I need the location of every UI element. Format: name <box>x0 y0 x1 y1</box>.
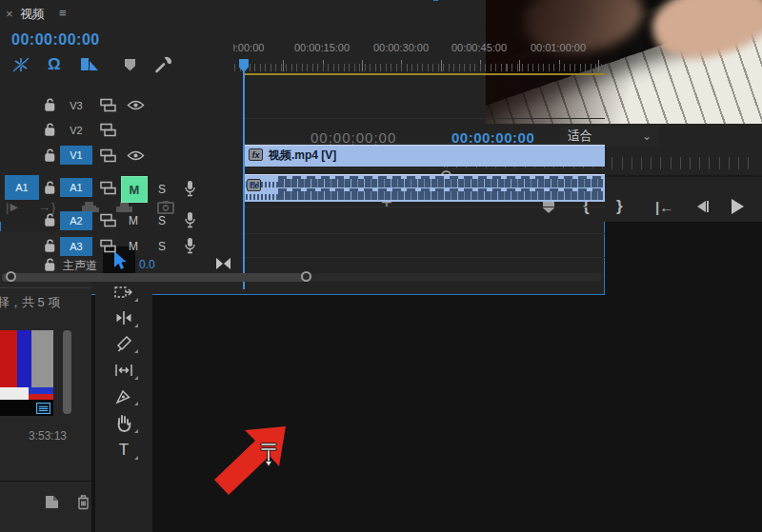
ruler-label: 00:00:45:00 <box>446 42 512 53</box>
divider <box>0 481 91 482</box>
zoom-handle-right[interactable] <box>301 271 311 282</box>
source-patch-icon[interactable] <box>100 181 118 195</box>
track-separator <box>244 143 605 144</box>
source-patch-icon[interactable] <box>100 239 118 253</box>
project-scrollbar[interactable] <box>63 330 71 414</box>
track-target-a1[interactable]: A1 <box>60 178 92 197</box>
playhead-line[interactable] <box>243 60 245 289</box>
strip-blue <box>29 387 53 394</box>
settings-wrench-icon[interactable] <box>154 54 173 75</box>
snap-magnet-icon[interactable]: Ω <box>48 54 61 75</box>
audio-clip[interactable]: fx <box>244 174 605 202</box>
timeline-tab[interactable]: 视频 <box>20 6 45 23</box>
slip-tool[interactable] <box>107 359 141 382</box>
video-clip-label: 视频.mp4 [V] <box>269 148 336 164</box>
audio-waveform-left <box>246 182 278 187</box>
track-target-a2[interactable]: A2 <box>60 211 92 230</box>
mute-button[interactable]: M <box>129 240 138 253</box>
lock-icon[interactable] <box>44 123 56 137</box>
voiceover-mic-icon[interactable] <box>184 211 196 228</box>
track-separator <box>244 233 605 234</box>
go-to-in-icon[interactable]: |← <box>655 194 673 219</box>
keyframe-nav-icon[interactable] <box>216 258 231 269</box>
lock-icon[interactable] <box>44 98 56 112</box>
source-patch-icon[interactable] <box>100 98 118 112</box>
audio-waveform-left <box>246 194 278 200</box>
solo-button[interactable]: S <box>158 183 166 196</box>
lock-icon[interactable] <box>44 239 56 253</box>
trash-icon[interactable] <box>76 494 90 510</box>
audio-waveform-ch1 <box>278 179 603 187</box>
color-bars-thumbnail[interactable] <box>0 330 53 416</box>
bar-red <box>0 330 17 387</box>
lock-icon[interactable] <box>44 213 56 227</box>
selection-status: 选择，共 5 项 <box>0 294 91 311</box>
video-clip[interactable]: fx 视频.mp4 [V] <box>244 145 605 167</box>
toggle-track-output-eye-icon[interactable] <box>127 99 145 111</box>
track-separator <box>244 257 605 258</box>
lock-icon[interactable] <box>44 148 56 163</box>
track-separator <box>244 118 605 119</box>
clip-duration: 3:53:13 <box>29 429 67 443</box>
ruler-label: 00:00:00 <box>233 42 277 53</box>
track-height-cursor-icon <box>257 439 280 467</box>
master-level-value[interactable]: 0.0 <box>139 258 155 271</box>
timeline-ruler[interactable]: 00:00:00 00:00:15:00 00:00:30:00 00:00:4… <box>233 38 605 76</box>
solo-button[interactable]: S <box>158 214 166 227</box>
track-target-v3[interactable]: V3 <box>60 96 92 115</box>
timeline-zoom-scrollbar[interactable] <box>2 273 602 282</box>
source-patch-icon[interactable] <box>100 123 118 137</box>
nest-toggle-icon[interactable] <box>11 54 30 75</box>
pen-tool[interactable] <box>107 384 141 407</box>
close-icon[interactable]: × <box>6 7 13 21</box>
timeline-timecode[interactable]: 00:00:00:00 <box>11 31 100 49</box>
solo-button[interactable]: S <box>158 240 166 253</box>
ruler-label: 00:01:00:00 <box>525 42 592 53</box>
ruler-ticks <box>233 64 605 71</box>
play-icon[interactable] <box>732 194 744 219</box>
track-target-a3[interactable]: A3 <box>60 237 92 256</box>
razor-tool[interactable] <box>107 332 141 355</box>
scrollbar-thumb[interactable] <box>2 273 309 282</box>
timeline-panel: × 视频 ≡ 00:00:00:00 Ω 00:00:00 00:00:15:0… <box>0 0 605 295</box>
zoom-handle-left[interactable] <box>6 271 16 282</box>
master-track-label: 主声道 <box>63 258 97 274</box>
step-back-icon[interactable] <box>697 194 709 219</box>
red-pointer-arrow <box>190 419 305 504</box>
sequence-badge-icon <box>36 403 50 414</box>
strip-white <box>0 387 29 400</box>
voiceover-mic-icon[interactable] <box>184 237 196 254</box>
linked-selection-icon[interactable] <box>80 54 99 75</box>
new-item-icon[interactable] <box>44 494 60 509</box>
source-patch-icon[interactable] <box>100 213 118 227</box>
voiceover-mic-icon[interactable] <box>184 180 196 197</box>
audio-waveform-ch2 <box>278 191 603 200</box>
toggle-track-output-eye-icon[interactable] <box>127 149 145 162</box>
chevron-down-icon: ⌄ <box>642 129 652 143</box>
lock-icon[interactable] <box>44 258 56 272</box>
hand-tool[interactable] <box>107 412 141 435</box>
track-target-v1[interactable]: V1 <box>60 146 92 165</box>
source-patch-a1[interactable]: A1 <box>5 175 39 200</box>
panel-menu-icon[interactable]: ≡ <box>59 6 67 20</box>
fx-badge: fx <box>249 148 263 161</box>
track-separator <box>244 207 605 207</box>
track-separator <box>244 168 605 169</box>
divider <box>0 287 91 288</box>
lock-icon[interactable] <box>44 181 56 195</box>
work-area-bar <box>243 73 605 75</box>
type-tool[interactable]: T <box>107 439 141 462</box>
mute-button-active[interactable]: M <box>121 176 148 203</box>
marker-icon[interactable] <box>125 54 135 75</box>
mark-out-icon[interactable]: } <box>616 194 623 219</box>
bar-gray <box>31 330 53 387</box>
ruler-label: 00:00:15:00 <box>289 42 355 53</box>
source-patch-icon[interactable] <box>100 148 118 163</box>
ruler-label: 00:00:30:00 <box>368 42 434 53</box>
bar-blue <box>17 330 31 387</box>
track-target-v2[interactable]: V2 <box>60 121 92 140</box>
ripple-edit-tool[interactable] <box>107 306 141 329</box>
track-select-forward-tool[interactable] <box>107 281 141 304</box>
mute-button[interactable]: M <box>129 214 138 227</box>
